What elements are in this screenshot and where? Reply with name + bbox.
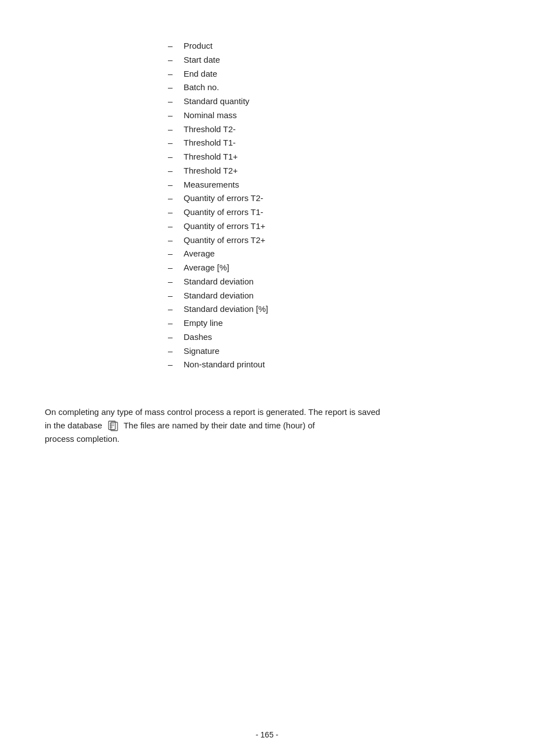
list-section: –Product–Start date–End date–Batch no.–S… [168,39,500,372]
list-dash: – [168,289,180,303]
list-item-label: Measurements [184,178,239,192]
list-dash: – [168,192,180,206]
list-item-label: Standard quantity [184,95,250,109]
list-item-average: –Average [168,247,500,261]
paragraph-text-4: process completion. [45,434,119,444]
list-dash: – [168,247,180,261]
list-dash: – [168,302,180,316]
paragraph-line2: in the database The files are named by t… [45,419,500,432]
list-item-measurements: –Measurements [168,178,500,192]
list-dash: – [168,164,180,178]
list-item-empty-line: –Empty line [168,316,500,330]
list-item-standard-deviation-percent: –Standard deviation [%] [168,302,500,316]
list-item-label: Standard deviation [184,289,254,303]
list-item-nominal-mass: –Nominal mass [168,109,500,123]
list-dash: – [168,81,180,95]
list-item-threshold-t2-plus: –Threshold T2+ [168,164,500,178]
database-icon [107,420,119,432]
list-item-label: Quantity of errors T1+ [184,220,265,234]
list-item-qty-errors-t2-plus: –Quantity of errors T2+ [168,234,500,248]
list-dash: – [168,220,180,234]
list-item-label: Average [184,247,215,261]
list-dash: – [168,275,180,289]
paragraph-text-2: in the database [45,421,102,430]
list-item-label: Average [%] [184,261,229,275]
list-item-label: Threshold T1- [184,136,236,150]
list-item-label: Threshold T2+ [184,164,238,178]
list-item-label: Threshold T1+ [184,150,238,164]
list-item-label: Quantity of errors T2- [184,192,263,206]
list-item-threshold-t2-minus: –Threshold T2- [168,123,500,137]
list-item-threshold-t1-minus: –Threshold T1- [168,136,500,150]
list-item-label: Product [184,39,213,53]
list-item-label: End date [184,67,217,81]
list-item-label: Standard deviation [%] [184,302,268,316]
list-item-qty-errors-t1-minus: –Quantity of errors T1- [168,206,500,220]
list-item-standard-quantity: –Standard quantity [168,95,500,109]
list-dash: – [168,234,180,248]
list-item-standard-deviation-2: –Standard deviation [168,289,500,303]
list-dash: – [168,67,180,81]
page-footer: - 165 - [0,730,534,739]
paragraph-text-1: On completing any type of mass control p… [45,407,380,417]
list-item-non-standard-printout: –Non-standard printout [168,358,500,372]
page-container: –Product–Start date–End date–Batch no.–S… [0,0,534,756]
list-item-label: Quantity of errors T2+ [184,234,265,248]
list-item-label: Threshold T2- [184,123,236,137]
list-dash: – [168,53,180,67]
list-item-threshold-t1-plus: –Threshold T1+ [168,150,500,164]
list-item-label: Batch no. [184,81,219,95]
list-dash: – [168,136,180,150]
list-item-label: Dashes [184,330,212,344]
list-item-label: Standard deviation [184,275,254,289]
list-dash: – [168,123,180,137]
list-dash: – [168,39,180,53]
list-item-standard-deviation-1: –Standard deviation [168,275,500,289]
paragraph-line3: process completion. [45,432,500,446]
list-item-product: –Product [168,39,500,53]
list-item-label: Signature [184,344,219,358]
list-dash: – [168,206,180,220]
paragraph-section: On completing any type of mass control p… [34,405,500,446]
list-item-dashes: –Dashes [168,330,500,344]
list-dash: – [168,358,180,372]
list-item-signature: –Signature [168,344,500,358]
list-item-start-date: –Start date [168,53,500,67]
list-dash: – [168,316,180,330]
list-item-label: Quantity of errors T1- [184,206,263,220]
paragraph-line1: On completing any type of mass control p… [45,405,500,419]
page-number: - 165 - [256,730,278,739]
list-item-batch-no: –Batch no. [168,81,500,95]
list-dash: – [168,178,180,192]
list-dash: – [168,330,180,344]
list-item-label: Start date [184,53,220,67]
list-item-qty-errors-t2-minus: –Quantity of errors T2- [168,192,500,206]
list-item-average-percent: –Average [%] [168,261,500,275]
paragraph-text-3: The files are named by their date and ti… [124,421,315,430]
list-dash: – [168,95,180,109]
list-dash: – [168,150,180,164]
list-item-label: Non-standard printout [184,358,265,372]
list-item-label: Nominal mass [184,109,237,123]
list-dash: – [168,109,180,123]
list-item-label: Empty line [184,316,223,330]
list-dash: – [168,261,180,275]
list-item-qty-errors-t1-plus: –Quantity of errors T1+ [168,220,500,234]
list-dash: – [168,344,180,358]
list-item-end-date: –End date [168,67,500,81]
